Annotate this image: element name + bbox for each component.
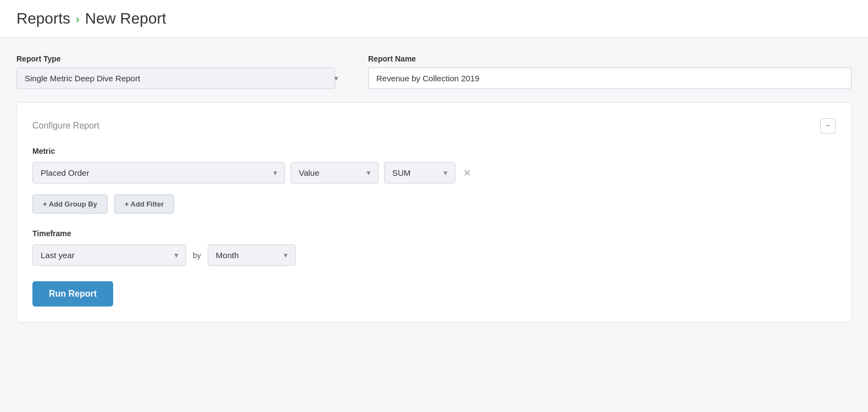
add-filter-button[interactable]: + Add Filter <box>114 194 174 214</box>
breadcrumb-current: New Report <box>85 10 166 27</box>
report-name-input[interactable] <box>368 68 852 89</box>
configure-card: Configure Report − Metric Placed Order O… <box>16 102 852 322</box>
main-content: Report Type Single Metric Deep Dive Repo… <box>0 38 868 339</box>
report-type-select[interactable]: Single Metric Deep Dive Report Multi Met… <box>16 68 335 89</box>
report-name-group: Report Name <box>368 54 852 89</box>
metric-select[interactable]: Placed Order Opened Email Clicked Email <box>32 162 285 183</box>
report-type-group: Report Type Single Metric Deep Dive Repo… <box>16 54 346 89</box>
report-name-label: Report Name <box>368 54 852 63</box>
add-group-by-button[interactable]: + Add Group By <box>32 194 108 214</box>
report-type-select-wrapper: Single Metric Deep Dive Report Multi Met… <box>16 68 346 89</box>
granularity-select[interactable]: Month Week Day Quarter Year <box>208 244 296 266</box>
run-report-button[interactable]: Run Report <box>32 281 113 307</box>
remove-icon: ✕ <box>463 167 471 179</box>
report-type-label: Report Type <box>16 54 346 63</box>
metric-select-wrapper: Placed Order Opened Email Clicked Email … <box>32 162 285 183</box>
granularity-select-wrapper: Month Week Day Quarter Year ▼ <box>208 244 296 266</box>
collapse-button[interactable]: − <box>820 118 836 133</box>
value-select-wrapper: Value Count Revenue ▼ <box>291 162 379 183</box>
metric-row: Placed Order Opened Email Clicked Email … <box>32 162 836 183</box>
aggregation-select[interactable]: SUM AVG MIN MAX <box>384 162 455 183</box>
breadcrumb: Reports › New Report <box>0 0 868 38</box>
remove-metric-button[interactable]: ✕ <box>461 165 474 181</box>
configure-header: Configure Report − <box>32 118 836 133</box>
by-label: by <box>193 251 201 260</box>
timeframe-label: Timeframe <box>32 229 836 238</box>
form-top-row: Report Type Single Metric Deep Dive Repo… <box>16 54 852 89</box>
timeframe-row: Last year Last 30 days Last 90 days This… <box>32 244 836 266</box>
aggregation-select-wrapper: SUM AVG MIN MAX ▼ <box>384 162 455 183</box>
configure-title: Configure Report <box>32 121 99 131</box>
value-select[interactable]: Value Count Revenue <box>291 162 379 183</box>
timeframe-select-wrapper: Last year Last 30 days Last 90 days This… <box>32 244 186 266</box>
action-buttons-row: + Add Group By + Add Filter <box>32 194 836 214</box>
breadcrumb-reports[interactable]: Reports <box>16 10 70 27</box>
metric-label: Metric <box>32 147 836 155</box>
breadcrumb-separator: › <box>76 13 80 25</box>
collapse-icon: − <box>825 121 830 131</box>
timeframe-select[interactable]: Last year Last 30 days Last 90 days This… <box>32 244 186 266</box>
